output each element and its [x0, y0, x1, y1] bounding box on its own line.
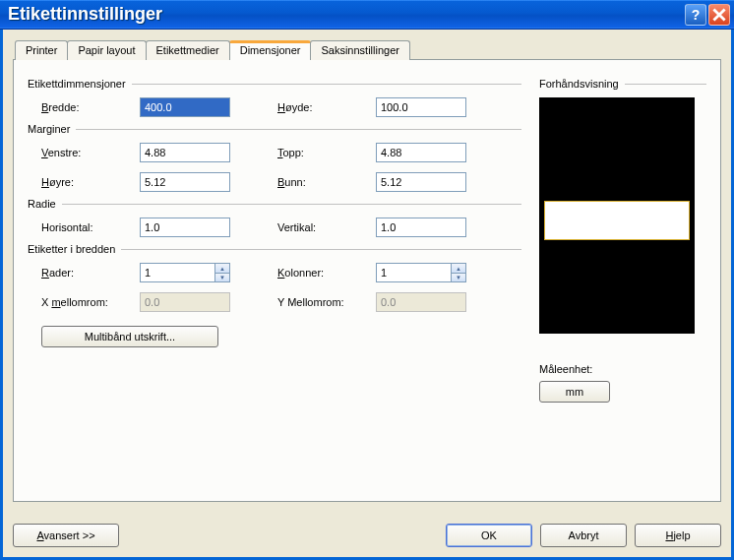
width-input[interactable] [140, 97, 230, 117]
left-margin-label: Venstre: [41, 147, 140, 158]
help-icon[interactable]: ? [685, 4, 706, 26]
close-icon[interactable] [708, 4, 730, 26]
rows-down-icon[interactable]: ▼ [214, 273, 230, 282]
group-radius-title: Radie [28, 198, 56, 210]
tab-scissors[interactable]: Saksinnstillinger [310, 40, 409, 60]
cols-up-icon[interactable]: ▲ [451, 263, 466, 273]
advanced-button[interactable]: Avansert >> [13, 524, 119, 547]
rows-input[interactable] [140, 263, 214, 282]
top-margin-label: Topp: [277, 147, 376, 158]
titlebar: Etikettinnstillinger ? [0, 0, 734, 30]
group-margins: Marginer [28, 123, 521, 135]
group-radius: Radie [28, 198, 521, 210]
left-margin-input[interactable] [140, 143, 230, 162]
xgap-label: X mellomrom: [41, 296, 140, 308]
cols-down-icon[interactable]: ▼ [451, 273, 466, 282]
tab-dimensions[interactable]: Dimensjoner [229, 40, 312, 60]
preview-area [539, 97, 695, 334]
cancel-button[interactable]: Avbryt [540, 524, 627, 547]
group-label-dimensions-title: Etikettdimmensjoner [28, 78, 126, 90]
width-label: Bredde: [41, 101, 140, 113]
cols-stepper[interactable]: ▲ ▼ [376, 263, 466, 282]
group-labels-across: Etiketter i bredden [28, 243, 521, 255]
vert-radius-label: Vertikal: [277, 221, 376, 233]
cols-input[interactable] [376, 263, 451, 282]
tab-printer[interactable]: Printer [15, 40, 68, 60]
bottom-margin-input[interactable] [376, 172, 466, 192]
right-margin-label: Høyre: [41, 176, 140, 188]
tab-panel-dimensions: Etikettdimmensjoner Bredde: Høyde: Margi… [13, 59, 721, 502]
unit-label: Måleenhet: [539, 363, 706, 375]
multiband-button[interactable]: Multibånd utskrift... [41, 326, 218, 347]
height-input[interactable] [376, 97, 466, 117]
unit-button[interactable]: mm [539, 381, 610, 403]
group-labels-across-title: Etiketter i bredden [28, 243, 115, 255]
group-margins-title: Marginer [28, 123, 70, 135]
tab-strip: Printer Papir layout Etikettmedier Dimen… [15, 40, 721, 60]
group-label-dimensions: Etikettdimmensjoner [28, 78, 521, 90]
ygap-label: Y Mellomrom: [277, 296, 376, 308]
preview-label-rect [544, 201, 690, 240]
tab-paper-layout[interactable]: Papir layout [67, 40, 146, 60]
vert-radius-input[interactable] [376, 218, 466, 237]
rows-stepper[interactable]: ▲ ▼ [140, 263, 230, 282]
rows-label: Rader: [41, 267, 140, 279]
horiz-radius-label: Horisontal: [41, 221, 140, 233]
help-button[interactable]: Hjelp [635, 524, 721, 547]
window-body: Printer Papir layout Etikettmedier Dimen… [0, 30, 734, 560]
bottom-bar: Avansert >> OK Avbryt Hjelp [13, 524, 721, 547]
right-margin-input[interactable] [140, 172, 230, 192]
ygap-input [376, 292, 466, 312]
bottom-margin-label: Bunn: [277, 176, 376, 188]
tab-label-media[interactable]: Etikettmedier [146, 40, 230, 60]
group-preview: Forhåndsvisning [539, 78, 706, 90]
rows-up-icon[interactable]: ▲ [214, 263, 230, 273]
top-margin-input[interactable] [376, 143, 466, 162]
ok-button[interactable]: OK [446, 524, 532, 547]
cols-label: Kolonner: [277, 267, 376, 279]
titlebar-buttons: ? [685, 4, 734, 26]
xgap-input [140, 292, 230, 312]
horiz-radius-input[interactable] [140, 218, 230, 237]
window-title: Etikettinnstillinger [8, 4, 685, 25]
height-label: Høyde: [277, 101, 376, 113]
group-preview-title: Forhåndsvisning [539, 78, 619, 90]
